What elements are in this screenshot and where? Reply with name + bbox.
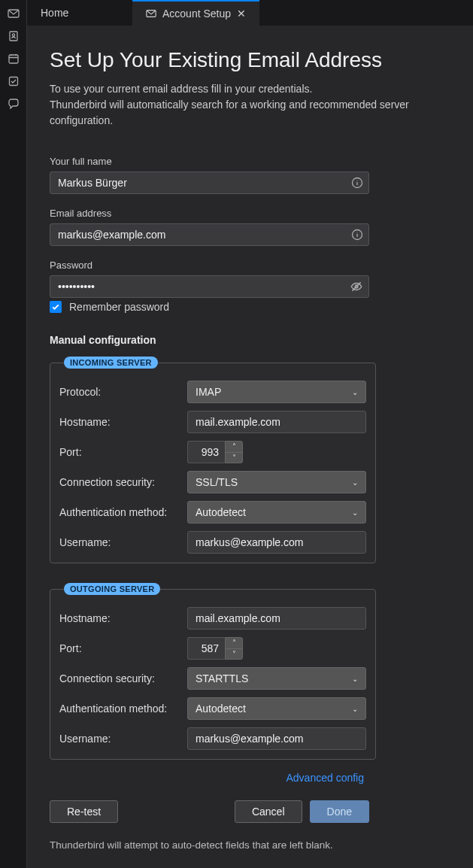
incoming-auth-select[interactable]: Autodetect⌄ [187,501,366,524]
manual-config-title: Manual configuration [50,334,450,346]
chevron-down-icon[interactable]: ˅ [226,649,242,660]
port-label: Port: [59,446,187,458]
mail-icon[interactable] [8,8,20,20]
security-label: Connection security: [59,672,187,684]
incoming-legend: INCOMING SERVER [64,357,158,369]
port-label: Port: [59,642,187,654]
tab-home[interactable]: Home [27,0,132,26]
outgoing-security-select[interactable]: STARTTLS⌄ [187,667,366,690]
port-stepper[interactable]: ˄ ˅ [225,637,243,660]
incoming-hostname-input[interactable] [187,411,366,433]
security-label: Connection security: [59,476,187,488]
tab-account-setup[interactable]: Account Setup ✕ [132,0,259,26]
incoming-protocol-select[interactable]: IMAP⌄ [187,381,366,403]
chevron-up-icon[interactable]: ˄ [226,638,242,649]
port-stepper[interactable]: ˄ ˅ [225,441,243,463]
outgoing-server-group: OUTGOING SERVER Hostname: Port: ˄ ˅ Conn… [50,583,376,760]
app-sidebar [0,0,27,868]
chevron-up-icon[interactable]: ˄ [226,442,242,453]
eye-off-icon[interactable] [350,280,363,293]
chevron-down-icon: ⌄ [352,478,358,487]
username-label: Username: [59,733,187,745]
calendar-icon[interactable] [8,53,20,65]
tab-label: Home [41,7,68,19]
hostname-label: Hostname: [59,612,187,624]
account-setup-icon [146,8,156,19]
address-book-icon[interactable] [8,30,20,42]
cancel-button[interactable]: Cancel [235,800,302,823]
chevron-down-icon: ⌄ [352,508,358,517]
chat-icon[interactable] [8,98,20,110]
protocol-label: Protocol: [59,386,187,398]
chevron-down-icon: ⌄ [352,705,358,713]
password-input[interactable] [50,275,369,298]
main-area: Home Account Setup ✕ Set Up Your Existin… [27,0,473,868]
outgoing-port-input[interactable] [187,637,225,660]
incoming-security-select[interactable]: SSL/TLS⌄ [187,471,366,493]
chevron-down-icon: ⌄ [352,388,358,396]
done-button[interactable]: Done [310,800,369,823]
name-label: Your full name [50,156,450,167]
incoming-port-input[interactable] [187,441,225,463]
remember-checkbox[interactable] [50,301,62,313]
outgoing-legend: OUTGOING SERVER [64,583,160,595]
outgoing-username-input[interactable] [187,727,366,750]
outgoing-auth-select[interactable]: Autodetect⌄ [187,697,366,720]
svg-rect-3 [9,55,18,63]
remember-label: Remember password [69,301,169,313]
svg-point-2 [12,34,14,36]
tab-label: Account Setup [162,8,231,20]
name-input[interactable] [50,171,369,194]
page-subtitle: To use your current email address fill i… [50,81,450,129]
content: Set Up Your Existing Email Address To us… [27,26,473,868]
incoming-server-group: INCOMING SERVER Protocol: IMAP⌄ Hostname… [50,357,376,563]
incoming-username-input[interactable] [187,531,366,554]
chevron-down-icon[interactable]: ˅ [226,453,242,463]
autodetect-hint: Thunderbird will attempt to auto-detect … [50,839,450,851]
retest-button[interactable]: Re-test [50,800,118,823]
advanced-config-link[interactable]: Advanced config [286,772,364,784]
auth-label: Authentication method: [59,703,187,715]
email-input[interactable] [50,223,369,246]
username-label: Username: [59,536,187,548]
close-icon[interactable]: ✕ [237,8,246,20]
svg-rect-4 [9,77,17,86]
tab-bar: Home Account Setup ✕ [27,0,473,26]
chevron-down-icon: ⌄ [352,675,358,683]
page-title: Set Up Your Existing Email Address [50,48,450,72]
email-label: Email address [50,208,450,219]
tasks-icon[interactable] [8,75,20,87]
outgoing-hostname-input[interactable] [187,607,366,630]
hostname-label: Hostname: [59,416,187,428]
password-label: Password [50,259,450,271]
auth-label: Authentication method: [59,506,187,518]
